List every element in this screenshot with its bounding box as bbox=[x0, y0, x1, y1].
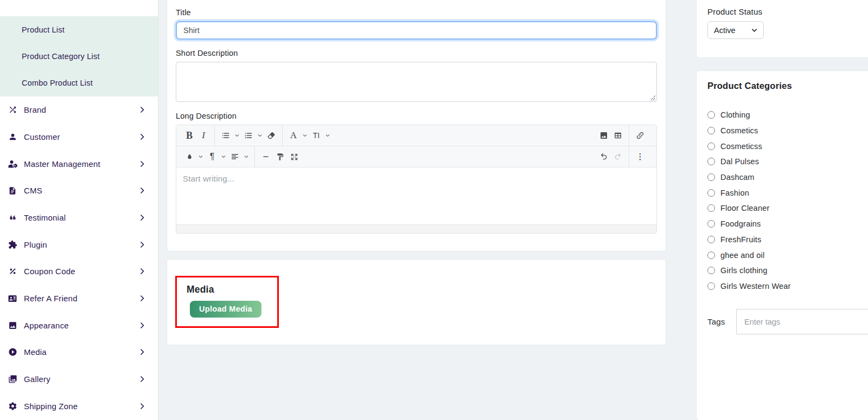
sidebar-item-coupon-code[interactable]: Coupon Code bbox=[0, 258, 158, 285]
chevron-right-icon bbox=[140, 322, 144, 329]
radio-button[interactable] bbox=[707, 158, 715, 165]
sidebar-item-cms[interactable]: CMS bbox=[0, 177, 158, 204]
category-option-girls-clothing[interactable]: Girls clothing bbox=[707, 263, 868, 279]
chevron-right-icon bbox=[140, 133, 144, 140]
product-status-select[interactable]: Active bbox=[707, 21, 764, 39]
sidebar-item-product-category-list[interactable]: Product Category List bbox=[0, 43, 158, 69]
sidebar-item-combo-product-list[interactable]: Combo Product List bbox=[0, 70, 158, 96]
document-icon bbox=[8, 186, 17, 196]
category-option-floor-cleaner[interactable]: Floor Cleaner bbox=[707, 201, 868, 216]
radio-button[interactable] bbox=[707, 267, 715, 274]
submenu-item-label: Combo Product List bbox=[22, 79, 93, 87]
horizontal-rule-icon[interactable] bbox=[259, 148, 273, 165]
font-size-icon[interactable]: TI bbox=[309, 127, 323, 144]
chevron-down-icon[interactable] bbox=[233, 127, 241, 144]
editor-placeholder: Start writing... bbox=[183, 174, 234, 183]
sidebar-item-brand[interactable]: Brand bbox=[0, 96, 158, 124]
italic-icon[interactable]: I bbox=[196, 127, 210, 144]
radio-button[interactable] bbox=[707, 143, 715, 150]
category-label: Dal Pulses bbox=[720, 157, 759, 166]
eraser-icon[interactable] bbox=[264, 127, 278, 144]
format-paint-icon[interactable] bbox=[273, 148, 287, 165]
category-option-girls-western-wear[interactable]: Girls Western Wear bbox=[707, 279, 868, 294]
tags-input[interactable] bbox=[736, 309, 868, 334]
radio-button[interactable] bbox=[707, 173, 715, 181]
short-description-textarea[interactable] bbox=[176, 62, 657, 102]
sidebar-item-customer[interactable]: Customer bbox=[0, 124, 158, 151]
sidebar-item-testimonial[interactable]: Testimonial bbox=[0, 204, 158, 231]
sidebar-item-gallery[interactable]: Gallery bbox=[0, 366, 158, 393]
chevron-down-icon bbox=[751, 28, 757, 33]
gear-icon bbox=[8, 401, 17, 411]
paragraph-icon[interactable]: ¶ bbox=[205, 148, 219, 165]
chevron-down-icon[interactable] bbox=[323, 127, 332, 144]
insert-table-icon[interactable] bbox=[611, 127, 625, 144]
title-input[interactable] bbox=[176, 21, 657, 40]
category-label: Fashion bbox=[720, 189, 749, 197]
editor-statusbar bbox=[176, 224, 656, 233]
editor-content-area[interactable]: Start writing... bbox=[176, 167, 656, 224]
radio-button[interactable] bbox=[707, 189, 715, 197]
sidebar-item-product[interactable]: Product bbox=[0, 0, 158, 16]
photo-library-icon bbox=[8, 374, 17, 384]
category-option-cosmetics[interactable]: Cosmetics bbox=[707, 123, 868, 139]
radio-button[interactable] bbox=[707, 220, 715, 228]
radio-button[interactable] bbox=[707, 111, 715, 119]
undo-icon[interactable] bbox=[597, 148, 611, 165]
font-color-icon[interactable]: A bbox=[286, 127, 301, 144]
chevron-right-icon bbox=[140, 348, 144, 356]
category-option-cosmeticss[interactable]: Cosmeticss bbox=[707, 138, 868, 154]
chevron-right-icon bbox=[140, 376, 144, 383]
category-option-foodgrains[interactable]: Foodgrains bbox=[707, 216, 868, 232]
radio-button[interactable] bbox=[707, 127, 715, 134]
sidebar-item-master-management[interactable]: Master Management bbox=[0, 150, 158, 177]
puzzle-icon bbox=[8, 240, 17, 249]
category-option-fashion[interactable]: Fashion bbox=[707, 185, 868, 201]
category-label: ghee and oil bbox=[720, 251, 764, 260]
sidebar-item-appearance[interactable]: Appearance bbox=[0, 312, 158, 339]
sidebar-item-label: Shipping Zone bbox=[22, 402, 140, 411]
sidebar-item-product-list[interactable]: Product List bbox=[0, 16, 158, 43]
person-icon bbox=[8, 132, 17, 141]
radio-button[interactable] bbox=[707, 236, 715, 243]
category-label: Girls clothing bbox=[720, 266, 768, 275]
more-options-icon[interactable]: ⋮ bbox=[633, 148, 647, 165]
fill-color-icon[interactable] bbox=[182, 148, 196, 165]
chevron-right-icon bbox=[140, 295, 144, 302]
sidebar-item-refer-a-friend[interactable]: Refer A Friend bbox=[0, 285, 158, 312]
sidebar-item-plugin[interactable]: Plugin bbox=[0, 231, 158, 258]
rich-text-editor: B I A TI bbox=[176, 125, 657, 234]
media-heading: Media bbox=[187, 284, 277, 295]
sidebar-item-label: CMS bbox=[22, 186, 140, 195]
radio-button[interactable] bbox=[707, 282, 715, 290]
category-option-dal-pulses[interactable]: Dal Pulses bbox=[707, 154, 868, 170]
shuffle-icon bbox=[8, 105, 17, 115]
chevron-down-icon[interactable] bbox=[219, 148, 228, 165]
category-option-freshfruits[interactable]: FreshFruits bbox=[707, 232, 868, 248]
chevron-down-icon[interactable] bbox=[301, 127, 309, 144]
product-categories-card: Product Categories Clothing Cosmetics Co… bbox=[696, 70, 868, 420]
product-status-card: Product Status Active bbox=[696, 0, 868, 58]
radio-button[interactable] bbox=[707, 204, 715, 212]
chevron-down-icon[interactable] bbox=[196, 148, 205, 165]
radio-button[interactable] bbox=[707, 251, 715, 259]
editor-toolbar-row-1: B I A TI bbox=[176, 125, 656, 146]
person-gear-icon bbox=[8, 159, 17, 169]
redo-icon[interactable] bbox=[611, 148, 625, 165]
short-description-label: Short Description bbox=[176, 49, 657, 57]
numbered-list-icon[interactable] bbox=[241, 127, 256, 144]
bold-icon[interactable]: B bbox=[182, 127, 196, 144]
chevron-down-icon[interactable] bbox=[242, 148, 251, 165]
fullscreen-icon[interactable] bbox=[287, 148, 301, 165]
upload-media-button[interactable]: Upload Media bbox=[190, 301, 261, 318]
sidebar-item-media[interactable]: Media bbox=[0, 339, 158, 366]
bullet-list-icon[interactable] bbox=[219, 127, 233, 144]
category-option-ghee-and-oil[interactable]: ghee and oil bbox=[707, 247, 868, 263]
sidebar-item-shipping-zone[interactable]: Shipping Zone bbox=[0, 392, 158, 419]
insert-link-icon[interactable] bbox=[633, 127, 647, 144]
chevron-down-icon[interactable] bbox=[256, 127, 264, 144]
insert-image-icon[interactable] bbox=[597, 127, 611, 144]
align-icon[interactable] bbox=[228, 148, 242, 165]
category-option-clothing[interactable]: Clothing bbox=[707, 107, 868, 123]
category-option-dashcam[interactable]: Dashcam bbox=[707, 170, 868, 185]
